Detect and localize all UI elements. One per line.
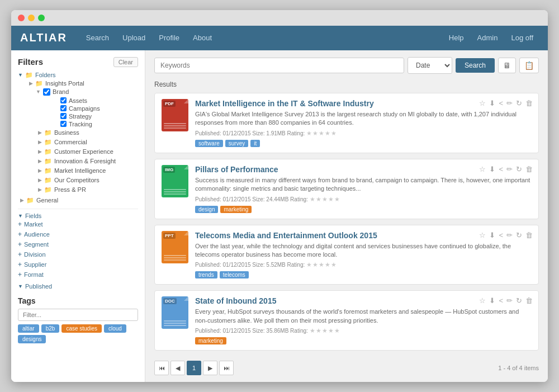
page-prev-button[interactable]: ◀ (170, 361, 185, 375)
field-item[interactable]: +Supplier (18, 259, 138, 270)
result-tag[interactable]: design (195, 206, 218, 213)
published-toggle[interactable]: ▼ Published (18, 283, 138, 290)
star-4[interactable]: ★ (328, 196, 334, 203)
star-1[interactable]: ★ (306, 261, 312, 268)
result-tag[interactable]: marketing (195, 337, 226, 344)
nav-logoff[interactable]: Log off (505, 31, 539, 44)
page-1-button[interactable]: 1 (187, 361, 201, 375)
field-item[interactable]: +Market (18, 219, 138, 229)
star-1[interactable]: ★ (306, 130, 312, 137)
nav-help[interactable]: Help (443, 31, 470, 44)
result-tag[interactable]: telecoms (220, 271, 249, 278)
download-icon[interactable]: ⬇ (489, 165, 495, 173)
result-tag[interactable]: marketing (220, 206, 252, 213)
star-3[interactable]: ★ (319, 261, 324, 268)
star-1[interactable]: ★ (310, 196, 315, 203)
star-action-icon[interactable]: ☆ (479, 296, 486, 305)
star-action-icon[interactable]: ☆ (479, 99, 486, 107)
page-next-button[interactable]: ▶ (203, 361, 217, 375)
star-2[interactable]: ★ (316, 327, 321, 334)
tag-item[interactable]: altiar (18, 324, 39, 333)
star-3[interactable]: ★ (322, 196, 328, 203)
star-action-icon[interactable]: ☆ (479, 231, 486, 239)
page-first-button[interactable]: ⏮ (154, 361, 169, 375)
minimize-dot[interactable] (28, 15, 35, 21)
result-description: Success is measured in many different wa… (195, 176, 532, 193)
share-icon[interactable]: < (499, 99, 503, 107)
download-icon[interactable]: ⬇ (489, 231, 495, 239)
tag-item[interactable]: b2b (41, 324, 60, 333)
delete-icon[interactable]: 🗑 (525, 165, 533, 173)
display-toggle-button[interactable]: 🖥 (498, 58, 516, 73)
delete-icon[interactable]: 🗑 (525, 99, 533, 107)
star-1[interactable]: ★ (310, 327, 315, 334)
star-4[interactable]: ★ (325, 130, 330, 137)
tag-item[interactable]: case studies (61, 324, 102, 333)
campaigns-checkbox[interactable] (60, 105, 67, 111)
clear-filters-button[interactable]: Clear (113, 57, 138, 67)
result-tag[interactable]: it (250, 140, 260, 147)
export-button[interactable]: 📋 (519, 58, 539, 73)
field-item[interactable]: +Format (18, 270, 138, 280)
assets-checkbox[interactable] (60, 97, 67, 103)
share-icon[interactable]: < (499, 296, 503, 305)
field-item[interactable]: +Audience (18, 229, 138, 239)
results-list: PDF Market Intelligence in the IT & Soft… (154, 93, 539, 351)
tags-filter-input[interactable] (18, 309, 138, 321)
refresh-icon[interactable]: ↻ (516, 165, 522, 173)
field-item[interactable]: +Segment (18, 239, 138, 249)
star-action-icon[interactable]: ☆ (479, 165, 486, 173)
tracking-checkbox[interactable] (60, 121, 67, 127)
edit-icon[interactable]: ✏ (506, 165, 513, 173)
field-item[interactable]: +Division (18, 249, 138, 259)
nav-profile[interactable]: Profile (153, 31, 185, 44)
tag-item[interactable]: designs (18, 335, 46, 343)
star-5[interactable]: ★ (334, 196, 340, 203)
share-icon[interactable]: < (499, 231, 503, 239)
nav-upload[interactable]: Upload (117, 31, 151, 44)
download-icon[interactable]: ⬇ (489, 296, 495, 305)
star-4[interactable]: ★ (325, 261, 330, 268)
result-tag[interactable]: survey (225, 140, 248, 147)
download-icon[interactable]: ⬇ (489, 99, 495, 107)
share-icon[interactable]: < (499, 165, 503, 173)
nav-about[interactable]: About (187, 31, 217, 44)
star-3[interactable]: ★ (322, 327, 328, 334)
result-tag[interactable]: trends (195, 271, 217, 278)
brand-checkbox[interactable] (43, 88, 50, 96)
tag-item[interactable]: cloud (104, 324, 126, 333)
refresh-icon[interactable]: ↻ (516, 231, 522, 239)
star-4[interactable]: ★ (328, 327, 334, 334)
close-dot[interactable] (18, 15, 25, 21)
star-5[interactable]: ★ (331, 130, 337, 137)
edit-icon[interactable]: ✏ (506, 231, 513, 239)
result-actions: ☆ ⬇ < ✏ ↻ 🗑 (479, 99, 533, 107)
date-select[interactable]: Date (408, 57, 452, 74)
star-5[interactable]: ★ (334, 327, 340, 334)
result-description: Over the last year, while the technology… (195, 242, 532, 259)
star-3[interactable]: ★ (319, 130, 324, 137)
star-5[interactable]: ★ (331, 261, 337, 268)
nav-search[interactable]: Search (80, 31, 115, 44)
page-last-button[interactable]: ⏭ (219, 361, 234, 375)
fields-toggle[interactable]: ▼ Fields (18, 212, 138, 219)
search-input[interactable] (154, 58, 404, 73)
maximize-dot[interactable] (38, 15, 45, 21)
published-label: Published (25, 283, 52, 290)
result-tag[interactable]: software (195, 140, 223, 147)
folders-toggle[interactable]: ▼ 📁 Folders (18, 72, 138, 79)
insights-portal-label: Insights Portal (45, 80, 84, 87)
strategy-checkbox[interactable] (60, 113, 67, 119)
refresh-icon[interactable]: ↻ (516, 296, 522, 305)
star-2[interactable]: ★ (312, 130, 318, 137)
delete-icon[interactable]: 🗑 (525, 231, 533, 239)
refresh-icon[interactable]: ↻ (516, 99, 522, 107)
star-2[interactable]: ★ (316, 196, 321, 203)
nav-admin[interactable]: Admin (472, 31, 504, 44)
edit-icon[interactable]: ✏ (506, 296, 513, 305)
edit-icon[interactable]: ✏ (506, 99, 513, 107)
search-button[interactable]: Search (456, 58, 495, 73)
folders-folder-icon: 📁 (25, 72, 33, 79)
delete-icon[interactable]: 🗑 (525, 296, 533, 305)
star-2[interactable]: ★ (312, 261, 318, 268)
